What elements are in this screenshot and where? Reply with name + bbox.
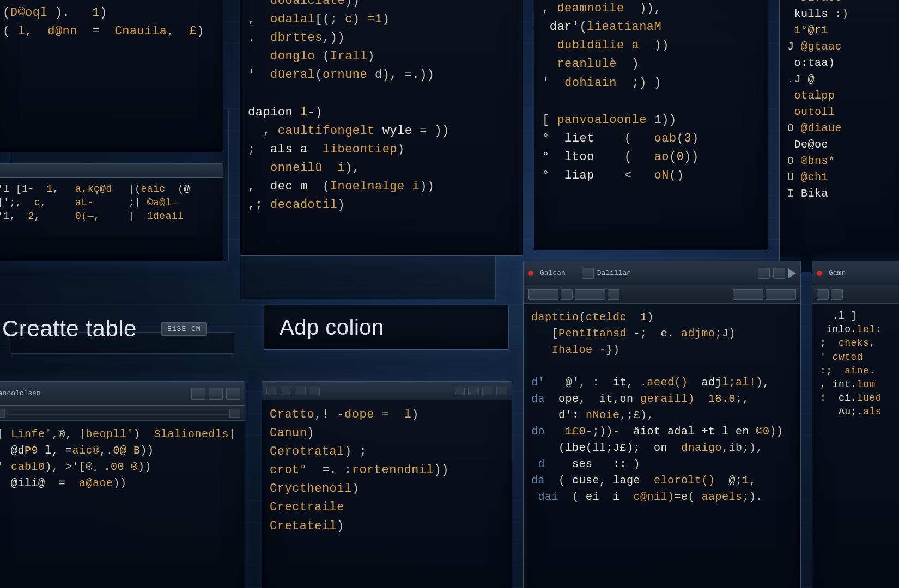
editor-toolbar[interactable] xyxy=(0,406,245,421)
editor-titlebar[interactable] xyxy=(262,382,512,400)
toolbar-track[interactable] xyxy=(7,412,227,415)
toolbar-btn[interactable] xyxy=(468,387,479,395)
toolbar-btn[interactable] xyxy=(831,289,843,300)
titlebar-button[interactable] xyxy=(191,388,205,400)
col-1: 'l [1- 1, |';, c, '1, 2, xyxy=(0,182,59,224)
code-window-top-right: quat vtaoge )) doot reseal)) , deamnoile… xyxy=(534,0,768,250)
table-titlebar[interactable] xyxy=(0,164,223,178)
headline-adp-colion: Adp colion xyxy=(280,315,384,340)
ide-window-far-right: Gamn .l ] inlo.lel: ; cheks, ' cwted :; … xyxy=(812,261,899,588)
toolbar-btn[interactable] xyxy=(817,289,829,300)
toolbar-btn[interactable] xyxy=(496,387,507,395)
status-dot-icon xyxy=(817,271,822,276)
col-3: |(eaic (@ ;| ©a@l— ] 1deail xyxy=(129,182,190,224)
subtitle: Dalillan xyxy=(597,269,631,277)
toolbar-btn[interactable] xyxy=(608,289,619,300)
editor-titlebar[interactable]: Banoolclsan xyxy=(0,382,245,406)
ide-window-bottom-right: Galcan Dalillan dapttio(cteldc 1) [PentI… xyxy=(523,261,801,588)
toolbar-btn[interactable] xyxy=(229,409,240,418)
toolbar-btn[interactable] xyxy=(482,387,493,395)
headline-create-table: Creatte table xyxy=(2,316,137,342)
code-area[interactable]: bonleite (Crmatiogpie, ,—,. döoalclate))… xyxy=(240,0,523,220)
app-title: Galcan xyxy=(540,269,566,277)
code-area[interactable]: dapttio(cteldc 1) [PentItansd -; e. adjm… xyxy=(524,304,800,511)
code-area[interactable]: .l ] inlo.lel: ; cheks, ' cwted :; aine.… xyxy=(812,304,899,425)
toolbar-btn[interactable] xyxy=(266,387,277,395)
titlebar-button[interactable] xyxy=(773,268,785,279)
toolbar-btn[interactable] xyxy=(281,387,291,395)
code-area[interactable]: Cratto,! -dope = l) Canun) Cerotratal) ;… xyxy=(262,400,512,541)
toolbar-btn[interactable] xyxy=(295,387,306,395)
ide-titlebar[interactable]: Gamn xyxy=(812,261,899,285)
toolbar-btn[interactable] xyxy=(561,289,573,300)
titlebar-button[interactable] xyxy=(226,388,240,400)
code-area[interactable]: quat vtaoge )) doot reseal)) , deamnoile… xyxy=(534,0,768,191)
code-window-far-right: lr ahl ° Difaoe kulls :) 1°@r1 J @gtaac … xyxy=(779,0,899,272)
titlebar-button[interactable] xyxy=(209,388,223,400)
table-body: 'l [1- 1, |';, c, '1, 2, a,kç@d aL- 0(—,… xyxy=(0,178,223,228)
toolbar-btn[interactable] xyxy=(309,387,320,395)
code-area[interactable]: | Linfe',®, |beopll') Slalionedls| @dP9 … xyxy=(0,421,245,497)
title-text: Banoolclsan xyxy=(0,389,41,397)
toolbar-btn[interactable] xyxy=(528,289,558,300)
titlebar-button[interactable] xyxy=(582,268,594,279)
status-dot-icon xyxy=(528,271,533,276)
titlebar-button[interactable] xyxy=(758,268,770,279)
tag-label: E1SE CM xyxy=(161,322,207,336)
ide-titlebar[interactable]: Galcan Dalillan xyxy=(524,261,800,285)
toolbar-btn[interactable] xyxy=(766,289,796,300)
toolbar-btn[interactable] xyxy=(575,289,605,300)
toolbar-btn[interactable] xyxy=(733,289,763,300)
app-title: Gamn xyxy=(829,269,846,277)
code-area[interactable]: lr ahl ° Difaoe kulls :) 1°@r1 J @gtaac … xyxy=(780,0,899,207)
headline-panel-adp: Adp colion xyxy=(264,305,509,350)
ide-toolbar[interactable] xyxy=(812,285,899,304)
play-icon[interactable] xyxy=(788,268,796,278)
toolbar-btn[interactable] xyxy=(454,387,465,395)
table-window-mid-left: 'l [1- 1, |';, c, '1, 2, a,kç@d aL- 0(—,… xyxy=(0,163,223,261)
col-2: a,kç@d aL- 0(—, xyxy=(75,182,112,224)
editor-window-bottom-center: Cratto,! -dope = l) Canun) Cerotratal) ;… xyxy=(262,381,512,588)
ide-toolbar[interactable] xyxy=(524,285,800,304)
code-window-top-center: bonleite (Crmatiogpie, ,—,. döoalclate))… xyxy=(240,0,523,256)
create-table-tag[interactable]: E1SE CM xyxy=(161,322,207,336)
editor-window-bottom-left: Banoolclsan | Linfe',®, |beopll') Slalio… xyxy=(0,381,245,588)
toolbar-btn[interactable] xyxy=(0,409,5,418)
code-area[interactable]: _ D@d6 [ ( ( Déodlatea oa@) ((Dinmiwa II… xyxy=(0,0,223,47)
code-window-top-left: _ D@d6 [ ( ( Déodlatea oa@) ((Dinmiwa II… xyxy=(0,0,223,152)
